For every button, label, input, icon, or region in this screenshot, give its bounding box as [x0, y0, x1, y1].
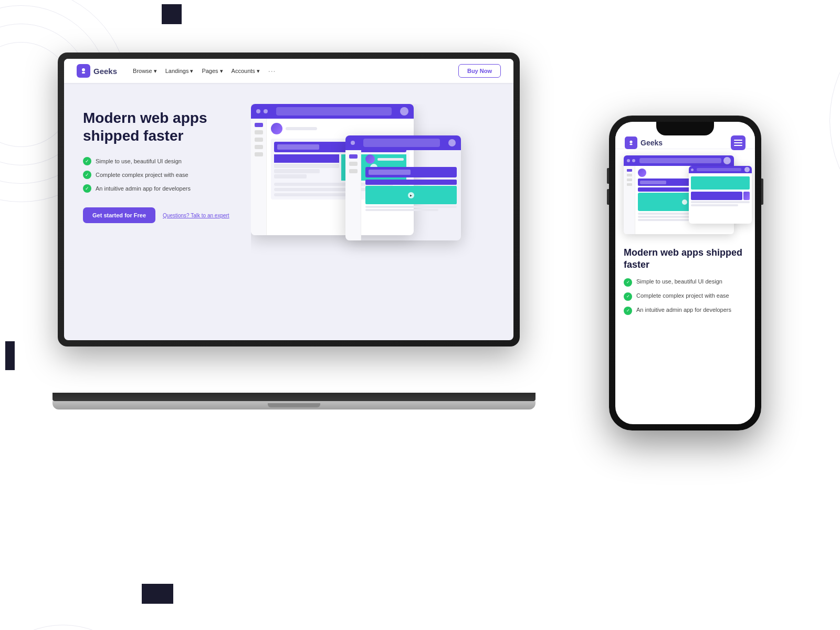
ss-user-icon [400, 107, 408, 116]
menu-line [734, 140, 742, 141]
feature-text: Complete complex project with ease [96, 172, 188, 178]
svg-point-2 [629, 140, 632, 143]
phone-ss-side-item [627, 178, 632, 181]
phone-volume-up [607, 168, 609, 184]
ss-line [274, 174, 307, 178]
ss-sidebar-item [255, 145, 263, 149]
ss-content-2: ▶ [365, 180, 457, 211]
phone-ss-dot [627, 159, 630, 162]
phone-logo: Geeks [625, 136, 663, 149]
phone-mini-line [691, 204, 738, 206]
list-item: ✓ An intuitive admin app for developers [624, 306, 747, 315]
phone-menu-button[interactable] [731, 135, 746, 150]
svg-rect-3 [629, 143, 632, 145]
ss-dot [351, 141, 355, 145]
phone-device: Geeks [609, 116, 761, 430]
ss-sidebar-item [255, 123, 263, 127]
menu-line [734, 142, 742, 143]
phone-feature-text: An intuitive admin app for developers [636, 306, 731, 314]
laptop-nav-items: Browse ▾ Landings ▾ Pages ▾ Accounts [133, 67, 276, 75]
talk-to-expert-link[interactable]: Questions? Talk to an expert [163, 213, 229, 218]
buy-now-button[interactable]: Buy Now [458, 64, 501, 78]
chevron-down-icon: ▾ [190, 68, 193, 75]
phone-volume-down [607, 189, 609, 205]
phone-ss-side-item [627, 169, 632, 172]
nav-item-browse[interactable]: Browse ▾ [133, 68, 157, 75]
ss-search-bar [276, 107, 392, 116]
nav-item-accounts[interactable]: Accounts ▾ [232, 68, 260, 75]
ss-sidebar-item [255, 152, 263, 156]
phone-hero-title: Modern web apps shipped faster [624, 247, 747, 270]
phone-mockup-area [624, 155, 747, 239]
laptop-logo: Geeks [77, 64, 117, 78]
inner-screenshot-2: ▶ [345, 135, 461, 240]
laptop-hinge [52, 393, 536, 401]
phone-ss-user-icon [723, 157, 731, 164]
nav-browse-label: Browse [133, 68, 152, 74]
phone-inner-screenshot-2 [689, 166, 752, 224]
ss-sidebar-item [255, 138, 263, 142]
phone-mini-body [689, 173, 752, 208]
circle-ring [0, 625, 152, 630]
phone-logo-text: Geeks [640, 139, 663, 147]
ss-line [286, 127, 317, 130]
ss-search-bar [363, 139, 440, 147]
phone-check-icon: ✓ [624, 292, 632, 301]
phone-mini-search [697, 168, 741, 171]
ss-line [377, 158, 404, 161]
feature-text: An intuitive admin app for developers [96, 185, 191, 192]
phone-mini-line [691, 201, 750, 203]
check-icon: ✓ [83, 171, 91, 179]
phone-ss-dot [632, 159, 635, 162]
ss-sidebar-item [349, 154, 358, 159]
phone-notch [656, 122, 714, 135]
nav-more-icon[interactable]: ··· [268, 67, 276, 75]
ss-line [365, 206, 457, 208]
ss-card-header [274, 154, 339, 163]
ss-teal-card-2: ▶ [365, 186, 457, 204]
get-started-button[interactable]: Get started for Free [83, 207, 155, 223]
phone-mini-user-icon [743, 192, 750, 200]
ss-sidebar-item [255, 130, 263, 134]
ss-user-icon [448, 139, 456, 146]
menu-line [734, 145, 742, 146]
phone-ss-side-item [627, 183, 632, 186]
laptop-navbar: Geeks Browse ▾ Landings ▾ Pages [64, 59, 513, 83]
list-item: ✓ Simple to use, beautiful UI design [83, 157, 240, 165]
phone-mini-dot [691, 169, 694, 171]
check-icon: ✓ [83, 157, 91, 165]
laptop-feature-list: ✓ Simple to use, beautiful UI design ✓ C… [83, 157, 240, 193]
nav-item-pages[interactable]: Pages ▾ [202, 68, 223, 75]
phone-ss-play [682, 200, 687, 205]
logo-icon [77, 64, 90, 78]
ss-row-item [274, 193, 353, 196]
phone-feature-list: ✓ Simple to use, beautiful UI design ✓ C… [624, 278, 747, 315]
phone-mini-user [744, 167, 750, 172]
phone-power-button [761, 178, 763, 205]
feature-text: Simple to use, beautiful UI design [96, 158, 182, 164]
laptop-base [52, 393, 536, 410]
ss-sidebar-item [349, 162, 358, 166]
phone-frame: Geeks [609, 116, 761, 430]
ss-inner-search [277, 144, 319, 150]
svg-rect-1 [82, 72, 85, 74]
chevron-down-icon: ▾ [154, 68, 157, 75]
list-item: ✓ Simple to use, beautiful UI design [624, 278, 747, 287]
decor-rect-4 [5, 341, 15, 370]
ss-card-left [274, 154, 339, 181]
circle-ring [830, 0, 840, 242]
ss-sidebar-2 [345, 150, 361, 240]
ss-profile-row [271, 123, 410, 134]
ss-avatar [271, 123, 282, 134]
decor-rect-1 [162, 4, 182, 24]
ss-sidebar-item [349, 169, 358, 173]
chevron-down-icon: ▾ [220, 68, 223, 75]
laptop-mockup-area: ▶ [251, 104, 495, 330]
laptop-hero-left: Modern web apps shipped faster ✓ Simple … [83, 104, 240, 330]
laptop-device: Geeks Browse ▾ Landings ▾ Pages [58, 52, 530, 410]
phone-content: Modern web apps shipped faster ✓ Simple … [615, 149, 755, 424]
nav-item-landings[interactable]: Landings ▾ [165, 68, 194, 75]
phone-ss-inner-search [640, 181, 666, 184]
phone-ss-line [638, 219, 689, 221]
phone-ss-side-item [627, 174, 632, 176]
